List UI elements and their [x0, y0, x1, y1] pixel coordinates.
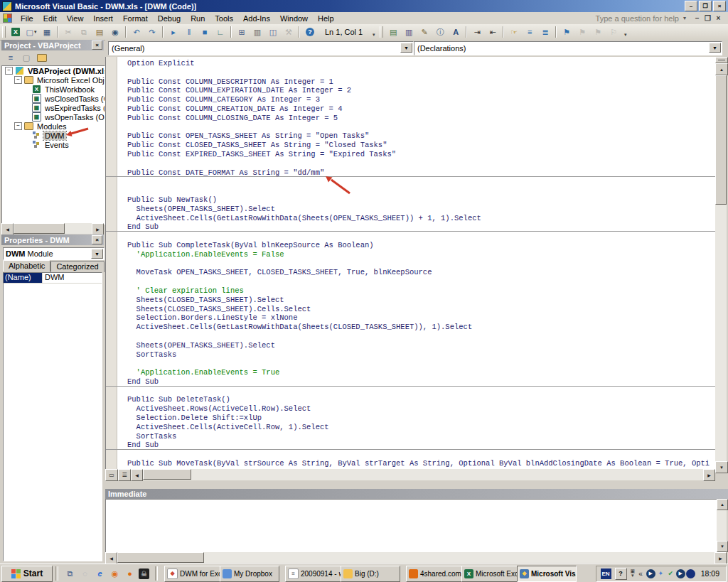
scroll-right-icon[interactable]: ▶: [92, 223, 104, 235]
child-restore-button[interactable]: ❐: [702, 14, 713, 22]
code-line[interactable]: Sheets(OPEN_TASKS_SHEET).Select: [127, 341, 716, 350]
next-bookmark-button[interactable]: ⚑: [574, 25, 590, 39]
outdent-button[interactable]: ⇤: [485, 25, 500, 39]
internet-explorer-icon[interactable]: e: [94, 568, 106, 580]
code-line[interactable]: ActiveSheet.Cells(GetLastRowWithData(She…: [127, 323, 716, 332]
project-close-icon[interactable]: ×: [92, 41, 102, 50]
code-line[interactable]: Sheets(CLOSED_TASKS_SHEET).Cells.Select: [127, 305, 716, 314]
toolbar-grip2[interactable]: [380, 26, 383, 38]
quick-info-button[interactable]: ✎: [417, 25, 432, 39]
scroll-up-icon[interactable]: ▲: [717, 499, 728, 510]
task-button-4shared-com[interactable]: 4shared.com -...: [406, 566, 466, 582]
code-line[interactable]: End Sub: [127, 377, 716, 387]
task-button-my-dropbox[interactable]: My Dropbox: [220, 566, 279, 582]
save-button[interactable]: ▦: [39, 25, 55, 39]
task-button-microsoft-vis[interactable]: ❖Microsoft Vis...: [517, 566, 577, 582]
tree-item-events[interactable]: Events: [2, 140, 105, 149]
menu-run[interactable]: Run: [186, 14, 210, 23]
code-line[interactable]: [127, 123, 716, 132]
code-editor[interactable]: Option Explicit Public Const COLUMN_DESC…: [105, 57, 716, 469]
code-line[interactable]: Public Const DATE_FORMAT As String = "dd…: [127, 168, 716, 178]
code-line[interactable]: Public Sub CompleteTask(ByVal blnKeepSou…: [127, 241, 716, 250]
code-line[interactable]: End Sub: [127, 441, 716, 450]
scroll-left-icon[interactable]: ◀: [1, 223, 14, 235]
toggle-bookmark-button[interactable]: ⚑: [559, 25, 574, 39]
scroll-thumb[interactable]: [14, 223, 65, 234]
complete-word-button[interactable]: A: [448, 25, 464, 39]
insert-userform-button[interactable]: ▢▾: [23, 25, 39, 39]
project-explorer-button[interactable]: ⊞: [234, 25, 250, 39]
collapse-icon[interactable]: −: [5, 67, 13, 75]
printer-tray-icon[interactable]: ▣▾: [631, 569, 636, 578]
toolbar-options2-icon[interactable]: ▾: [621, 25, 629, 39]
code-line[interactable]: Selection.Delete Shift:=xlUp: [127, 414, 716, 423]
code-line[interactable]: [127, 259, 716, 269]
code-line[interactable]: ActiveSheet.Rows(ActiveCell.Row).Select: [127, 404, 716, 414]
tree-item-thisworkbook[interactable]: XThisWorkbook: [2, 85, 105, 94]
menu-tools[interactable]: Tools: [210, 14, 238, 23]
menu-debug[interactable]: Debug: [153, 14, 186, 23]
task-button-dwm-for-exce[interactable]: ❖DWM for Exce...: [164, 566, 224, 582]
scroll-down-icon[interactable]: ▼: [717, 541, 728, 552]
code-line[interactable]: [127, 159, 716, 168]
toggle-folders-button[interactable]: [35, 51, 49, 64]
object-browser-button[interactable]: ◫: [265, 25, 281, 39]
code-line[interactable]: Public Const OPEN_TASKS_SHEET As String …: [127, 131, 716, 141]
redo-button[interactable]: ↷: [144, 25, 160, 39]
firefox-icon[interactable]: ●: [124, 568, 136, 580]
property-name[interactable]: (Name): [4, 273, 43, 283]
minimize-button[interactable]: –: [685, 1, 697, 11]
code-line[interactable]: Public Const CLOSED_TASKS_SHEET As Strin…: [127, 141, 716, 150]
toolbar-options-icon[interactable]: ▾: [370, 25, 378, 39]
code-line[interactable]: SortTasks: [127, 350, 716, 360]
code-vscrollbar[interactable]: ▲ ▼: [715, 57, 727, 469]
menu-edit[interactable]: Edit: [38, 14, 62, 23]
code-line[interactable]: SortTasks: [127, 432, 716, 441]
properties-close-icon[interactable]: ×: [92, 235, 102, 244]
clear-bookmarks-button[interactable]: ⚐: [606, 25, 621, 39]
split-handle[interactable]: [715, 57, 728, 63]
scroll-left-icon[interactable]: ◀: [105, 552, 117, 564]
find-button[interactable]: ◉: [107, 25, 123, 39]
combo-dropdown-icon[interactable]: ▼: [91, 249, 103, 259]
code-line[interactable]: [127, 332, 716, 341]
menu-format[interactable]: Format: [118, 14, 153, 23]
antivirus-tray-icon[interactable]: ✔: [666, 569, 675, 578]
network-tray-icon[interactable]: ✦: [656, 569, 665, 578]
code-line[interactable]: Selection.Borders.LineStyle = xlNone: [127, 313, 716, 323]
full-module-view-icon[interactable]: ☰: [118, 469, 131, 481]
code-line[interactable]: 'Application.EnableEvents = True: [127, 368, 716, 377]
code-line[interactable]: Public Sub NewTask(): [127, 195, 716, 205]
show-desktop-icon[interactable]: ⧉: [64, 568, 76, 580]
toolbar-grip[interactable]: [2, 26, 6, 38]
scroll-up-icon[interactable]: ▲: [715, 63, 728, 75]
margin-indicator-bar[interactable]: [106, 57, 117, 469]
toggle-breakpoint-button[interactable]: ☞: [506, 25, 522, 39]
code-line[interactable]: End Sub: [127, 222, 716, 232]
object-combo[interactable]: (General) ▼: [108, 41, 414, 55]
immediate-hscrollbar[interactable]: ◀ ▶: [105, 552, 727, 563]
design-mode-button[interactable]: ∟: [213, 25, 228, 39]
code-line[interactable]: [127, 68, 716, 77]
task-button-big-d[interactable]: Big (D:): [341, 566, 400, 582]
previous-bookmark-button[interactable]: ⚑: [590, 25, 606, 39]
media-player-icon[interactable]: ◉: [109, 568, 121, 580]
media-player-tray-icon[interactable]: ▶: [646, 569, 655, 578]
toolbox-button[interactable]: ⚒: [281, 25, 296, 39]
copy-button[interactable]: ⧉: [76, 25, 92, 39]
code-line[interactable]: Public Const COLUMN_CATEGORY As Integer …: [127, 95, 716, 104]
code-line[interactable]: ActiveSheet.Cells(ActiveCell.Row, 1).Sel…: [127, 423, 716, 432]
messenger-icon[interactable]: ◌: [79, 568, 91, 580]
tray-help-button[interactable]: ?: [615, 568, 627, 580]
scroll-thumb[interactable]: [117, 552, 204, 563]
task-button-20090914[interactable]: ≡20090914 - ש...: [285, 566, 345, 582]
scroll-right-icon[interactable]: ▶: [703, 469, 715, 481]
code-line[interactable]: Sheets(CLOSED_TASKS_SHEET).Select: [127, 296, 716, 305]
child-close-button[interactable]: ×: [713, 14, 724, 22]
close-button[interactable]: ×: [713, 1, 726, 11]
code-line[interactable]: [127, 277, 716, 286]
property-value[interactable]: DWM: [43, 273, 67, 283]
help-question-box[interactable]: Type a question for help ▾: [596, 14, 686, 23]
restore-button[interactable]: ❐: [699, 1, 712, 11]
menu-window[interactable]: Window: [275, 14, 313, 23]
